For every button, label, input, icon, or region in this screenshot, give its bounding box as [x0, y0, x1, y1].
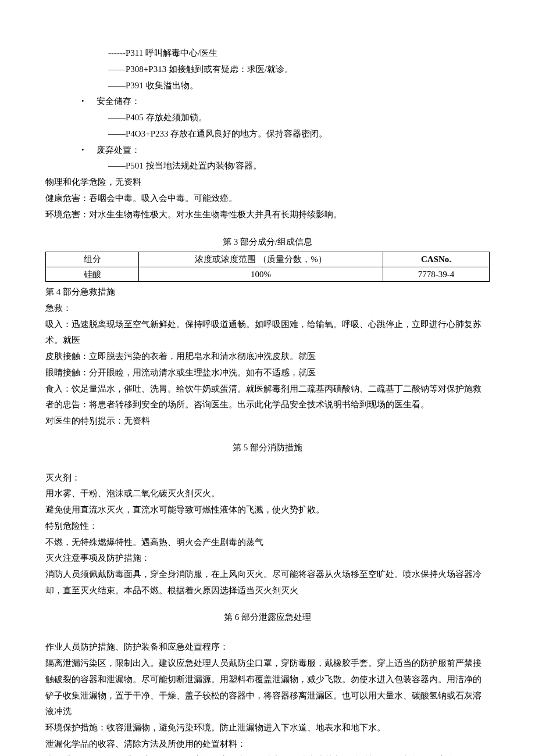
- precaution-line: ——P4O3+P233 存放在通风良好的地方。保持容器密闭。: [45, 126, 490, 142]
- th-casno: CASNo.: [383, 252, 489, 267]
- precaution-line: ——P405 存放处须加锁。: [45, 110, 490, 126]
- section3-title: 第 3 部分成分/组成信息: [45, 234, 490, 250]
- physical-hazard: 物理和化学危险，无资料: [45, 174, 490, 191]
- small-spill: 小量泄漏：尽可能将泄漏液体收集在可密闭的容器中。用沙土、活性炭或其它惰性材料吸收…: [45, 753, 490, 757]
- section6-title: 第 6 部分泄露应急处理: [45, 610, 490, 626]
- table-row: 硅酸 100% 7778-39-4: [46, 267, 490, 282]
- doctor-note: 对医生的特别提示：无资料: [45, 413, 490, 429]
- precaution-line: ——P391 收集溢出物。: [45, 78, 490, 94]
- td-concentration: 100%: [139, 267, 383, 282]
- bullet-storage: 安全储存：: [45, 94, 490, 110]
- section4-title: 第 4 部分急救措施: [45, 284, 490, 300]
- inhalation: 吸入：迅速脱离现场至空气新鲜处。保持呼吸道通畅。如呼吸困难，给输氧。呼吸、心跳停…: [45, 317, 490, 349]
- bullet-disposal: 废弃处置：: [45, 142, 490, 159]
- health-hazard: 健康危害：吞咽会中毒。吸入会中毒。可能致癌。: [45, 191, 490, 207]
- ingestion: 食入：饮足量温水，催吐、洗胃。给饮牛奶或蛋清。就医解毒剂用二疏基丙磺酸钠、二疏基…: [45, 381, 490, 414]
- extinguishing-avoid: 避免使用直流水灭火，直流水可能导致可燃性液体的飞溅，使火势扩散。: [45, 502, 490, 518]
- section5-title: 第 5 部分消防措施: [45, 440, 490, 456]
- composition-table: 组分 浓度或浓度范围 （质量分数，%） CASNo. 硅酸 100% 7778-…: [45, 252, 490, 282]
- bullet-label: 废弃处置：: [97, 145, 140, 155]
- first-aid-label: 急救：: [45, 300, 490, 317]
- env-protection: 环境保护措施：收容泄漏物，避免污染环境。防止泄漏物进入下水道、地表水和地下水。: [45, 720, 490, 736]
- firefight-measures: 消防人员须佩戴防毒面具，穿全身消防服，在上风向灭火。尽可能将容器从火场移至空旷处…: [45, 567, 490, 599]
- skin-contact: 皮肤接触：立即脱去污染的衣着，用肥皂水和清水彻底冲洗皮肤。就医: [45, 349, 490, 365]
- firefight-label: 灭火注意事项及防护措施：: [45, 550, 490, 567]
- cleanup-label: 泄漏化学品的收容、清除方法及所使用的处置材料：: [45, 736, 490, 753]
- extinguishing-media: 用水雾、干粉、泡沫或二氧化碳灭火剂灭火。: [45, 486, 490, 502]
- eye-contact: 眼睛接触：分开眼睑，用流动清水或生理盐水冲洗。如有不适感，就医: [45, 365, 490, 381]
- th-component: 组分: [46, 252, 139, 267]
- special-hazard-label: 特别危险性：: [45, 518, 490, 535]
- extinguishing-label: 灭火剂：: [45, 470, 490, 486]
- th-concentration: 浓度或浓度范围 （质量分数，%）: [139, 252, 383, 267]
- env-hazard: 环境危害：对水生生物毒性极大。对水生生物毒性极大并具有长期持续影响。: [45, 207, 490, 223]
- special-hazard: 不燃，无特殊燃爆特性。遇高热、明火会产生剧毒的蒸气: [45, 535, 490, 551]
- td-casno: 7778-39-4: [383, 267, 489, 282]
- td-component: 硅酸: [46, 267, 139, 282]
- personnel-protection-label: 作业人员防护措施、防护装备和应急处置程序：: [45, 639, 490, 655]
- precaution-line: ——P501 按当地法规处置内装物/容器。: [45, 158, 490, 174]
- precaution-line: ——P308+P313 如接触到或有疑虑：求医/就诊。: [45, 62, 490, 78]
- table-row: 组分 浓度或浓度范围 （质量分数，%） CASNo.: [46, 252, 490, 267]
- precaution-line: ------P311 呼叫解毒中心/医生: [45, 45, 490, 62]
- bullet-label: 安全储存：: [97, 96, 140, 106]
- personnel-protection: 隔离泄漏污染区，限制出入。建议应急处理人员戴防尘口罩，穿防毒服，戴橡胶手套。穿上…: [45, 655, 490, 720]
